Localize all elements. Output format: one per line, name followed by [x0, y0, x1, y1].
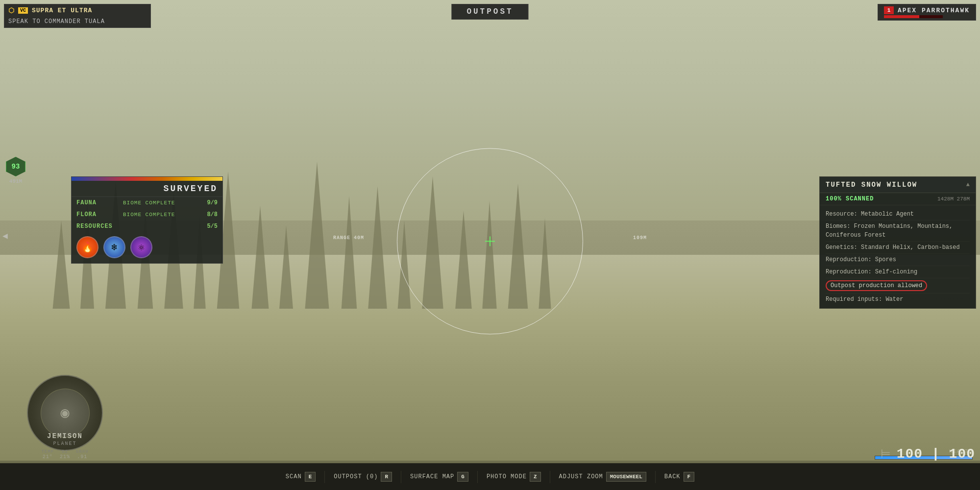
detail-biomes: Biomes: Frozen Mountains, Mountains, Con… — [826, 220, 970, 242]
quest-panel: ⬡ VC SUPRA ET ULTRA SPEAK TO COMMANDER T… — [4, 4, 151, 28]
key-scan[interactable]: E — [305, 472, 316, 482]
action-back[interactable]: BACK F — [656, 472, 703, 482]
enemy-level-badge: 1 — [884, 6, 894, 14]
outpost-allowed-text: Outpost production allowed — [826, 280, 927, 291]
key-photo-mode[interactable]: Z — [530, 472, 541, 482]
surveyed-title-row: SURVEYED — [72, 181, 222, 197]
action-scan[interactable]: SCAN E — [277, 472, 324, 482]
action-outpost-label: OUTPOST (0) — [334, 473, 378, 480]
outpost-bar: OUTPOST — [451, 4, 528, 20]
detail-outpost-allowed: Outpost production allowed — [826, 278, 970, 294]
fauna-count: 9/9 — [207, 199, 218, 206]
detail-genetics: Genetics: Standard Helix, Carbon-based — [826, 242, 970, 254]
biome-icon-fire: 🔥 — [76, 236, 98, 258]
level-distance: 491M — [9, 178, 22, 184]
crosshair-center — [485, 236, 495, 246]
health-max: 100 — [949, 446, 975, 462]
surveyed-header-bar — [72, 177, 222, 181]
level-number: 93 — [12, 163, 20, 171]
flora-details: Resource: Metabolic Agent Biomes: Frozen… — [820, 205, 976, 308]
flora-species-name: TUFTED SNOW WILLOW — [826, 181, 917, 189]
detail-resource: Resource: Metabolic Agent — [826, 208, 970, 220]
scroll-up-icon: ▲ — [966, 181, 970, 188]
weapon-icon: ⊨ — [881, 447, 891, 461]
key-outpost[interactable]: R — [381, 472, 392, 482]
action-back-label: BACK — [664, 473, 681, 480]
tree — [248, 206, 272, 309]
action-surface-map[interactable]: SURFACE MAP G — [401, 472, 477, 482]
planet-type: PLANET — [17, 441, 113, 446]
action-photo-mode-label: PHOTO MODE — [487, 473, 527, 480]
fauna-status: BIOME COMPLETE — [123, 200, 202, 206]
ammo-section: ⊨ 100 | 100 — [881, 446, 975, 462]
resources-label: RESOURCES — [76, 223, 118, 230]
tree — [49, 220, 74, 309]
fauna-label: FAUNA — [76, 199, 118, 206]
flora-status: BIOME COMPLETE — [123, 212, 202, 218]
action-scan-label: SCAN — [286, 473, 302, 480]
biome-icons-row: 🔥 ❄ ⚛ — [72, 232, 222, 263]
enemy-health-container: 1 APEX PARROTHAWK — [878, 4, 976, 21]
flora-distance: 1428M 278M — [937, 196, 970, 202]
resources-count: 5/5 — [207, 223, 218, 230]
minimap-inner: ◉ — [41, 389, 90, 438]
enemy-hp-fill — [884, 15, 919, 18]
health-current: 100 — [897, 446, 923, 462]
enemy-hp-bar — [884, 15, 943, 18]
level-hexagon: 93 — [6, 157, 25, 176]
ammo-count: 100 | 100 — [897, 446, 975, 462]
surveyed-title: SURVEYED — [164, 184, 218, 194]
action-adjust-zoom[interactable]: ADJUST ZOOM MOUSEWHEEL — [550, 472, 655, 482]
quest-icon: ⬡ — [8, 6, 14, 15]
key-back[interactable]: F — [684, 472, 695, 482]
bottom-bar: SCAN E OUTPOST (0) R SURFACE MAP G PHOTO… — [0, 463, 980, 490]
temp-label: TEMP — [41, 449, 54, 454]
grav-value: .91 — [76, 454, 89, 460]
grav-label: GRAV — [76, 449, 89, 454]
flora-panel: TUFTED SNOW WILLOW ▲ 100% SCANNED 1428M … — [819, 176, 976, 309]
key-adjust-zoom[interactable]: MOUSEWHEEL — [606, 472, 646, 482]
range-label-right: 109M — [633, 235, 647, 241]
biome-icon-snow: ❄ — [103, 236, 125, 258]
quest-title: SUPRA ET ULTRA — [32, 7, 92, 14]
tree — [300, 162, 334, 309]
quest-subtitle: SPEAK TO COMMANDER TUALA — [4, 17, 150, 27]
detail-reproduction-selfclone: Reproduction: Self-cloning — [826, 266, 970, 278]
nav-arrow-left: ◀ — [2, 230, 8, 241]
crosshair-circle — [397, 148, 583, 334]
enemy-name: APEX PARROTHAWK — [898, 7, 970, 14]
planet-stats: TEMP 21° O2 21% GRAV .91 — [17, 449, 113, 460]
level-indicator: 93 491M — [6, 157, 25, 184]
flora-scan-row: 100% SCANNED 1428M 278M — [820, 193, 976, 205]
action-adjust-zoom-label: ADJUST ZOOM — [559, 473, 603, 480]
enemy-info-col: 1 APEX PARROTHAWK — [884, 6, 970, 18]
planet-name: JEMISON — [17, 432, 113, 440]
planet-info: JEMISON PLANET TEMP 21° O2 21% GRAV .91 — [17, 432, 113, 460]
quest-title-row: ⬡ VC SUPRA ET ULTRA — [4, 4, 150, 17]
surveyed-flora-row: FLORA BIOME COMPLETE 8/8 — [72, 209, 222, 220]
detail-reproduction-spores: Reproduction: Spores — [826, 254, 970, 266]
flora-scanned-label: 100% SCANNED — [826, 196, 874, 202]
temp-value: 21° — [41, 454, 54, 460]
enemy-bar: 1 APEX PARROTHAWK — [878, 4, 976, 21]
surveyed-panel: SURVEYED FAUNA BIOME COMPLETE 9/9 FLORA … — [71, 176, 223, 264]
grav-stat: GRAV .91 — [76, 449, 89, 460]
detail-required-inputs: Required inputs: Water — [826, 294, 970, 305]
action-surface-map-label: SURFACE MAP — [410, 473, 454, 480]
tree — [276, 225, 296, 309]
key-surface-map[interactable]: G — [457, 472, 468, 482]
health-separator: | — [931, 446, 940, 462]
flora-count: 8/8 — [207, 211, 218, 218]
o2-label: O2 — [60, 449, 70, 454]
action-outpost[interactable]: OUTPOST (0) R — [325, 472, 401, 482]
o2-value: 21% — [60, 454, 70, 460]
surveyed-fauna-row: FAUNA BIOME COMPLETE 9/9 — [72, 197, 222, 209]
temp-stat: TEMP 21° — [41, 449, 54, 460]
action-photo-mode[interactable]: PHOTO MODE Z — [478, 472, 550, 482]
quest-level-badge: VC — [18, 7, 28, 14]
minimap-planet-icon: ◉ — [60, 404, 69, 422]
tree — [338, 196, 360, 309]
flora-panel-header: TUFTED SNOW WILLOW ▲ — [820, 177, 976, 193]
surveyed-resources-row: RESOURCES 5/5 — [72, 220, 222, 232]
tree — [364, 186, 391, 309]
